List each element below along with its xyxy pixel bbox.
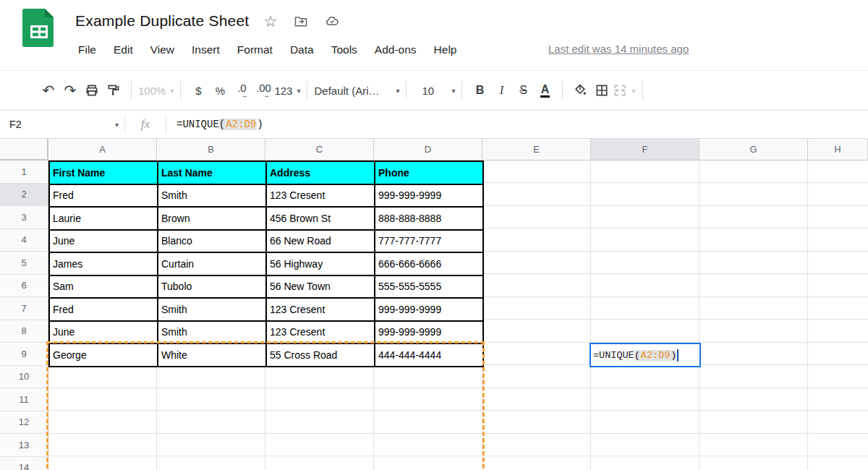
cell-D3[interactable]: 888-888-8888 [375, 208, 484, 231]
borders-button[interactable] [591, 80, 613, 101]
cell-C1[interactable]: Address [267, 162, 375, 185]
menu-tools[interactable]: Tools [323, 40, 366, 60]
print-icon[interactable] [81, 80, 103, 101]
cell-C4[interactable]: 66 New Road [267, 231, 375, 254]
cell-D6[interactable]: 555-555-5555 [375, 276, 484, 299]
document-title[interactable]: Example Duplicate Sheet [75, 12, 249, 30]
fill-color-button[interactable] [569, 80, 591, 101]
more-formats-button[interactable]: 123▾ [274, 80, 300, 101]
row-header-9[interactable]: 9 [0, 343, 48, 366]
font-family-select[interactable]: Default (Ari…▾ [314, 80, 399, 101]
column-header-C[interactable]: C [265, 139, 374, 161]
star-icon[interactable]: ☆ [263, 14, 277, 29]
sheets-logo-icon[interactable] [22, 7, 56, 47]
menu-format[interactable]: Format [229, 40, 281, 60]
menu-edit[interactable]: Edit [105, 40, 142, 60]
formula-input[interactable]: =UNIQUE(A2:D9) [176, 119, 263, 130]
menu-file[interactable]: File [69, 40, 105, 60]
cell-C7[interactable]: 123 Cresent [267, 299, 375, 322]
name-box[interactable]: F2 ▾ [0, 119, 124, 130]
menu-view[interactable]: View [142, 40, 183, 60]
cell-C6[interactable]: 56 New Town [267, 276, 375, 299]
italic-button[interactable]: I [490, 80, 512, 101]
cell-B5[interactable]: Curtain [158, 253, 267, 276]
last-edit-link[interactable]: Last edit was 14 minutes ago [548, 43, 689, 55]
cell-A6[interactable]: Sam [50, 276, 158, 299]
cell-B7[interactable]: Smith [158, 299, 267, 322]
row-header-3[interactable]: 3 [0, 206, 48, 229]
merge-cells-button[interactable]: ▾ [613, 80, 635, 101]
cell-C3[interactable]: 456 Brown St [267, 208, 375, 231]
menu-help[interactable]: Help [425, 40, 466, 60]
row-header-12[interactable]: 12 [0, 411, 48, 435]
cell-B8[interactable]: Smith [158, 322, 267, 345]
bold-button[interactable]: B [469, 80, 490, 101]
cell-D7[interactable]: 999-999-9999 [375, 299, 484, 322]
paint-format-icon[interactable] [103, 80, 124, 101]
strikethrough-button[interactable]: S [512, 80, 534, 101]
cell-D5[interactable]: 666-666-6666 [375, 253, 484, 276]
cell-B6[interactable]: Tubolo [158, 276, 267, 299]
cell-D1[interactable]: Phone [375, 162, 484, 185]
cell-A1[interactable]: First Name [50, 162, 158, 185]
row-header-11[interactable]: 11 [0, 388, 48, 411]
cell-B3[interactable]: Brown [158, 208, 267, 231]
cell-C8[interactable]: 123 Cresent [267, 322, 375, 345]
column-header-A[interactable]: A [48, 139, 157, 161]
cell-D4[interactable]: 777-777-7777 [375, 231, 484, 254]
cell-B9[interactable]: White [158, 344, 267, 367]
cell-B2[interactable]: Smith [158, 185, 267, 208]
menu-add-ons[interactable]: Add-ons [366, 40, 425, 60]
cell-A9[interactable]: George [50, 344, 158, 367]
text-color-button[interactable]: A [534, 80, 556, 101]
format-percent-button[interactable]: % [209, 80, 231, 101]
row-header-2[interactable]: 2 [0, 184, 48, 207]
chevron-down-icon[interactable]: ▾ [115, 121, 119, 129]
row-header-1[interactable]: 1 [0, 161, 48, 184]
formula-range-reference: A2:D9 [640, 350, 671, 361]
chevron-down-icon: ▾ [170, 87, 174, 95]
cell-C9[interactable]: 55 Cross Road [267, 344, 375, 367]
cell-D8[interactable]: 999-999-9999 [375, 322, 484, 345]
row-header-6[interactable]: 6 [0, 275, 48, 298]
redo-icon[interactable]: ↷ [59, 80, 81, 101]
font-size-select[interactable]: 10▾ [413, 80, 455, 101]
row-header-4[interactable]: 4 [0, 229, 48, 252]
cell-D2[interactable]: 999-999-9999 [375, 185, 484, 208]
cell-A5[interactable]: James [50, 253, 158, 276]
row-header-7[interactable]: 7 [0, 297, 48, 320]
decrease-decimal-button[interactable]: .0← [231, 80, 252, 101]
menu-data[interactable]: Data [281, 40, 323, 60]
row-header-5[interactable]: 5 [0, 252, 48, 275]
zoom-select[interactable]: 100%▾ [138, 80, 174, 101]
menu-insert[interactable]: Insert [183, 40, 229, 60]
column-header-H[interactable]: H [808, 139, 868, 161]
move-to-folder-icon[interactable] [294, 14, 308, 28]
cell-C5[interactable]: 56 Highway [267, 253, 375, 276]
cell-A4[interactable]: June [50, 231, 158, 254]
undo-icon[interactable]: ↶ [38, 80, 59, 101]
column-header-D[interactable]: D [374, 139, 482, 161]
cell-D9[interactable]: 444-444-4444 [375, 344, 484, 367]
row-header-13[interactable]: 13 [0, 434, 48, 457]
cell-B4[interactable]: Blanco [158, 231, 267, 254]
cell-B1[interactable]: Last Name [158, 162, 267, 185]
cell-A8[interactable]: June [50, 322, 158, 345]
column-header-E[interactable]: E [482, 139, 591, 161]
active-cell-editor-F2[interactable]: =UNIQUE(A2:D9) [590, 343, 701, 367]
cell-A7[interactable]: Fred [50, 299, 158, 322]
cell-A3[interactable]: Laurie [50, 208, 158, 231]
column-header-G[interactable]: G [699, 139, 808, 161]
format-currency-button[interactable]: $ [187, 80, 209, 101]
cell-A2[interactable]: Fred [50, 185, 158, 208]
increase-decimal-button[interactable]: .00→ [252, 80, 274, 101]
cell-C2[interactable]: 123 Cresent [267, 185, 375, 208]
row-header-14[interactable]: 14 [0, 457, 48, 470]
row-header-10[interactable]: 10 [0, 366, 48, 389]
column-header-F[interactable]: F [591, 139, 699, 161]
formula-range-reference: A2:D9 [225, 119, 257, 130]
row-header-8[interactable]: 8 [0, 320, 48, 343]
cloud-saved-icon[interactable] [325, 14, 339, 28]
column-header-B[interactable]: B [157, 139, 265, 161]
select-all-corner[interactable] [0, 139, 48, 161]
